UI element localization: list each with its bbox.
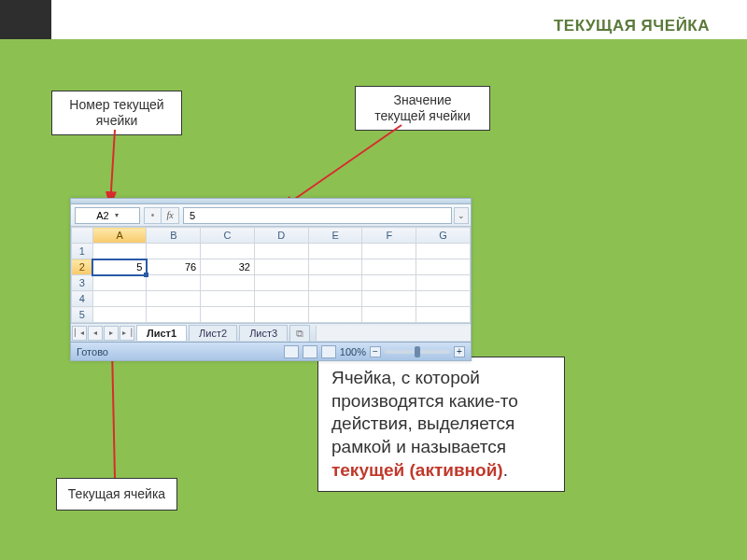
cell-F2[interactable] [362,259,416,275]
cell-G1[interactable] [416,244,471,259]
cell-F3[interactable] [362,275,416,291]
fx-cancel-button[interactable]: • [144,207,161,224]
cell-B3[interactable] [147,275,201,291]
row-header-2[interactable]: 2 [72,259,93,275]
cell-G5[interactable] [416,307,471,323]
cell-B5[interactable] [147,307,201,323]
name-box-value: A2 [96,210,108,221]
select-all-corner[interactable] [72,228,93,244]
cell-A2[interactable]: 5 [92,259,147,275]
status-text: Готово [77,346,108,357]
slide-title: ТЕКУЩАЯ ЯЧЕЙКА [554,17,710,35]
cell-G3[interactable] [416,275,471,291]
cell-D4[interactable] [254,291,308,307]
col-header-D[interactable]: D [254,228,308,244]
info-box: Ячейка, с которой производятся какие-то … [317,357,565,492]
formula-bar: A2 ▾ • fx 5 ⌄ [71,204,471,227]
cell-C1[interactable] [201,244,255,259]
formula-expand-button[interactable]: ⌄ [454,207,469,224]
zoom-slider-thumb[interactable] [415,346,420,357]
excel-window: A2 ▾ • fx 5 ⌄ A B C D E F G [70,198,472,361]
cell-E4[interactable] [308,291,362,307]
row-header-4[interactable]: 4 [72,291,93,307]
zoom-value: 100% [340,346,366,357]
green-canvas: Номер текущейячейки Значениетекущей ячей… [0,39,747,560]
sheet-tab-2[interactable]: Лист2 [189,325,237,341]
fx-label: fx [166,210,173,220]
zoom-out-button[interactable]: − [370,346,381,357]
cell-C3[interactable] [201,275,255,291]
tab-nav-last[interactable]: ▸▕ [120,326,134,341]
label-cell-value: Значениетекущей ячейки [355,86,490,131]
tab-nav-next[interactable]: ▸ [104,326,119,341]
cell-B1[interactable] [147,244,201,259]
tab-nav-group: ▏◂ ◂ ▸ ▸▕ [71,326,134,341]
sheet-tab-new[interactable]: ⧉ [289,325,310,342]
col-header-G[interactable]: G [416,228,471,244]
cell-D5[interactable] [254,307,308,323]
cell-F1[interactable] [362,244,416,259]
sheet-tabs-bar: ▏◂ ◂ ▸ ▸▕ Лист1 Лист2 Лист3 ⧉ [71,323,471,342]
zoom-slider[interactable] [385,350,450,354]
label-cell-number-text: Номер текущейячейки [69,97,163,128]
cell-A1[interactable] [92,244,147,259]
info-text-pre: Ячейка, с которой производятся какие-то … [331,368,518,456]
name-box-dropdown-icon: ▾ [115,211,119,219]
cell-D2[interactable] [254,259,308,275]
formula-input[interactable]: 5 [183,207,452,224]
cell-C2[interactable]: 32 [201,259,255,275]
info-text-red: текущей (активной) [331,460,503,480]
cell-A3[interactable] [92,275,147,291]
corner-dark-strip [0,0,51,39]
zoom-in-button[interactable]: + [454,346,465,357]
cell-D1[interactable] [254,244,308,259]
sheet-tab-1[interactable]: Лист1 [136,325,187,341]
formula-value: 5 [190,210,195,221]
col-header-A[interactable]: A [92,228,147,244]
col-header-B[interactable]: B [147,228,201,244]
row-header-1[interactable]: 1 [72,244,93,259]
sheet-tab-3[interactable]: Лист3 [239,325,288,341]
cell-E3[interactable] [308,275,362,291]
cell-D3[interactable] [254,275,308,291]
cell-F4[interactable] [362,291,416,307]
cell-B4[interactable] [147,291,201,307]
view-break-button[interactable] [321,345,336,358]
tab-nav-first[interactable]: ▏◂ [72,326,87,341]
row-header-3[interactable]: 3 [72,275,93,291]
cell-C4[interactable] [201,291,255,307]
fx-button[interactable]: fx [161,207,179,224]
label-cell-value-text: Значениетекущей ячейки [374,92,471,123]
info-text-post: . [503,460,508,480]
view-layout-button[interactable] [303,345,317,358]
col-header-F[interactable]: F [362,228,416,244]
arrow-to-namebox [110,130,115,206]
cell-B2[interactable]: 76 [147,259,201,275]
cell-C5[interactable] [201,307,255,323]
label-cell-number: Номер текущейячейки [51,91,182,135]
tab-nav-prev[interactable]: ◂ [88,326,103,341]
label-current-cell: Текущая ячейка [56,478,177,511]
name-box[interactable]: A2 ▾ [75,207,140,224]
cell-E5[interactable] [308,307,362,323]
status-bar: Готово 100% − + [71,342,471,360]
cell-F5[interactable] [362,307,416,323]
cell-G2[interactable] [416,259,471,275]
cell-E1[interactable] [308,244,362,259]
col-header-E[interactable]: E [308,228,362,244]
cell-G4[interactable] [416,291,471,307]
spreadsheet-grid: A B C D E F G 1 2 5 76 32 [71,227,471,323]
view-normal-button[interactable] [284,345,299,358]
sheet-table: A B C D E F G 1 2 5 76 32 [71,227,471,323]
cell-A4[interactable] [92,291,147,307]
horizontal-scrollbar[interactable] [316,326,471,341]
col-header-C[interactable]: C [201,228,255,244]
cell-E2[interactable] [308,259,362,275]
arrow-to-formula [280,125,402,209]
label-current-cell-text: Текущая ячейка [68,486,165,501]
status-right-group: 100% − + [284,345,465,358]
row-header-5[interactable]: 5 [72,307,93,323]
cell-A5[interactable] [92,307,147,323]
